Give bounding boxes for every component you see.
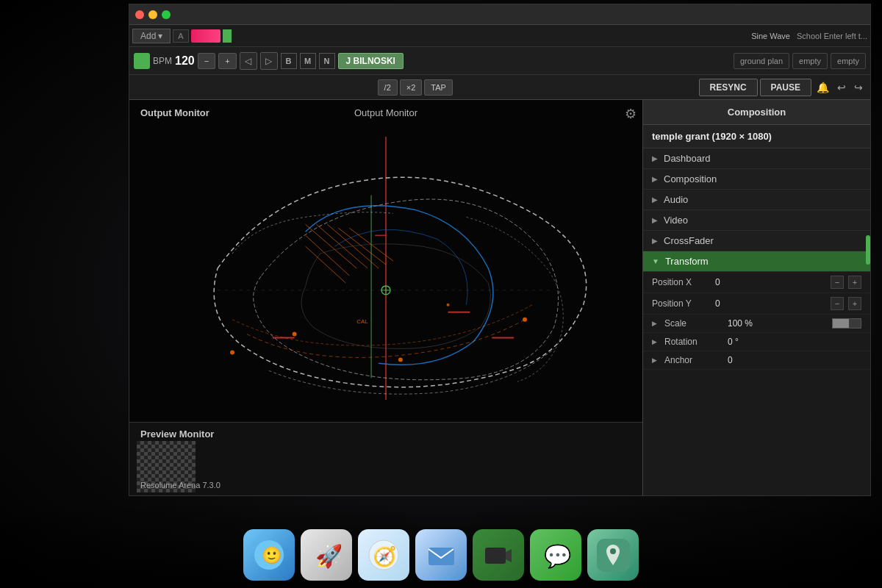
add-button[interactable]: Add ▾ xyxy=(132,29,171,43)
position-x-plus[interactable]: + xyxy=(848,276,861,289)
bpm-display: BPM 120 xyxy=(153,54,195,68)
m-button[interactable]: M xyxy=(300,53,316,69)
position-y-plus[interactable]: + xyxy=(848,297,861,310)
bpm-toolbar: BPM 120 − + ◁ ▷ B M N J BILNOSKI ground … xyxy=(129,47,870,75)
minus-button[interactable]: − xyxy=(198,53,215,69)
b-button[interactable]: B xyxy=(281,53,297,69)
svg-point-13 xyxy=(230,350,234,354)
tree-label-crossfader: CrossFader xyxy=(664,235,714,246)
tap-button[interactable]: TAP xyxy=(424,79,453,96)
composition-header: Composition xyxy=(728,107,786,118)
rotation-arrow: ▶ xyxy=(652,338,657,345)
tree-label-dashboard: Dashboard xyxy=(664,153,711,164)
position-y-minus[interactable]: − xyxy=(831,297,844,310)
rotation-row: ▶ Rotation 0 ° xyxy=(643,333,870,351)
half-speed-button[interactable]: /2 xyxy=(378,79,398,96)
main-area: Output Monitor Output Monitor xyxy=(129,100,870,495)
tree-arrow-transform: ▼ xyxy=(652,257,659,265)
position-x-minus[interactable]: − xyxy=(831,276,844,289)
empty2-button[interactable]: empty xyxy=(831,53,866,69)
dock-maps-icon[interactable] xyxy=(587,529,639,581)
plus-button[interactable]: + xyxy=(218,53,236,69)
timeline-label-a[interactable]: A xyxy=(173,29,188,43)
tree-label-composition: Composition xyxy=(664,173,717,184)
tree-item-crossfader[interactable]: ▶ CrossFader xyxy=(643,231,870,251)
position-x-value: 0 xyxy=(715,277,826,287)
dock-messages-icon[interactable]: 💬 xyxy=(530,529,581,581)
school-enter-label: School Enter left t... xyxy=(797,32,867,40)
svg-rect-29 xyxy=(429,548,454,565)
tree-arrow-crossfader: ▶ xyxy=(652,237,658,245)
app-window: Add ▾ A Sine Wave School Enter left t...… xyxy=(129,4,871,496)
dock-facetime-icon[interactable] xyxy=(473,529,524,581)
tree-arrow-audio: ▶ xyxy=(652,196,658,204)
anchor-value: 0 xyxy=(728,355,861,365)
scale-slider-inner xyxy=(833,319,849,328)
dock-finder-icon[interactable]: 🙂 xyxy=(243,529,295,581)
mac-dock: 🙂 🚀 🧭 💬 xyxy=(0,500,882,588)
svg-point-12 xyxy=(523,318,527,322)
pause-button[interactable]: PAUSE xyxy=(760,79,811,96)
left-panel: Output Monitor Output Monitor xyxy=(129,100,642,495)
output-monitor-center-label: Output Monitor xyxy=(354,107,417,118)
ground-plan-canvas: CAL xyxy=(129,100,642,422)
tree-item-composition[interactable]: ▶ Composition xyxy=(643,169,870,190)
tree-label-audio: Audio xyxy=(664,194,688,205)
nudge-left-button[interactable]: ◁ xyxy=(240,52,257,70)
right-panel-header: Composition xyxy=(643,100,870,125)
right-panel: Composition temple grant (1920 × 1080) ▶… xyxy=(642,100,870,495)
empty1-button[interactable]: empty xyxy=(792,53,828,69)
ground-plan-button[interactable]: ground plan xyxy=(734,53,789,69)
resync-button[interactable]: RESYNC xyxy=(699,79,758,96)
position-y-row: Position Y 0 − + xyxy=(643,293,870,315)
maximize-button[interactable] xyxy=(162,10,171,19)
dock-mail-icon[interactable] xyxy=(415,529,467,581)
anchor-arrow: ▶ xyxy=(652,356,657,364)
version-label: Resolume Arena 7.3.0 xyxy=(140,481,220,490)
tree-item-transform[interactable]: ▼ Transform xyxy=(643,251,870,272)
position-y-label: Position Y xyxy=(652,298,711,309)
output-monitor-area: Output Monitor Output Monitor xyxy=(129,100,642,422)
clip-block[interactable] xyxy=(191,29,220,43)
minimize-button[interactable] xyxy=(148,10,157,19)
nudge-right-button[interactable]: ▷ xyxy=(260,52,278,70)
tree-item-video[interactable]: ▶ Video xyxy=(643,210,870,231)
green-tick xyxy=(223,29,232,43)
position-y-value: 0 xyxy=(715,298,826,309)
bell-icon[interactable]: 🔔 xyxy=(814,82,832,93)
user-name-badge[interactable]: J BILNOSKI xyxy=(338,53,404,69)
scale-arrow: ▶ xyxy=(652,320,657,327)
timeline-strip: Add ▾ A Sine Wave School Enter left t... xyxy=(129,25,870,47)
tree-label-transform: Transform xyxy=(665,256,709,267)
bpm-value: 120 xyxy=(175,54,195,68)
svg-text:💬: 💬 xyxy=(544,543,572,570)
n-button[interactable]: N xyxy=(319,53,335,69)
position-x-label: Position X xyxy=(652,277,711,287)
scale-slider[interactable] xyxy=(832,318,861,329)
composition-title: temple grant (1920 × 1080) xyxy=(643,125,870,148)
output-monitor-label: Output Monitor xyxy=(140,107,209,118)
title-bar xyxy=(129,4,870,25)
undo-icon[interactable]: ↩ xyxy=(834,82,849,93)
double-speed-button[interactable]: ×2 xyxy=(400,79,423,96)
tree-item-audio[interactable]: ▶ Audio xyxy=(643,190,870,210)
preview-monitor-label: Preview Monitor xyxy=(140,429,214,440)
settings-gear-icon[interactable]: ⚙ xyxy=(625,106,637,122)
scale-value: 100 % xyxy=(728,318,828,329)
close-button[interactable] xyxy=(135,10,144,19)
scale-label: Scale xyxy=(664,318,723,329)
bpm-label: BPM xyxy=(153,56,172,66)
anchor-row: ▶ Anchor 0 xyxy=(643,351,870,370)
redo-icon[interactable]: ↪ xyxy=(851,82,866,93)
svg-point-10 xyxy=(293,332,297,337)
svg-text:🙂: 🙂 xyxy=(262,545,282,565)
tree-arrow-composition: ▶ xyxy=(652,175,658,183)
anchor-label: Anchor xyxy=(664,355,723,365)
svg-point-11 xyxy=(398,357,403,362)
svg-text:🚀: 🚀 xyxy=(315,543,343,570)
tree-item-dashboard[interactable]: ▶ Dashboard xyxy=(643,148,870,169)
dock-safari-icon[interactable]: 🧭 xyxy=(358,529,409,581)
svg-rect-30 xyxy=(485,548,506,564)
svg-text:🧭: 🧭 xyxy=(373,545,397,568)
dock-rocket-icon[interactable]: 🚀 xyxy=(301,529,352,581)
